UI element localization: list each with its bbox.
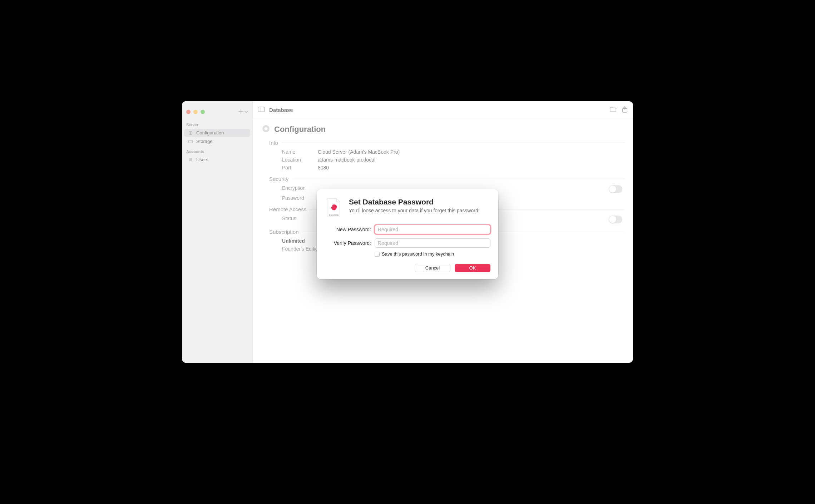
verify-password-label: Verify Password:	[325, 240, 371, 246]
password-sheet: DATABASE Set Database Password You'll lo…	[317, 189, 498, 279]
new-password-input[interactable]	[375, 225, 490, 234]
ok-button[interactable]: OK	[455, 264, 490, 272]
keychain-label: Save this password in my keychain	[382, 251, 454, 257]
database-document-icon: DATABASE	[325, 198, 343, 218]
app-window: Server Configuration Storage Accounts Us…	[182, 101, 633, 363]
new-password-label: New Password:	[325, 227, 371, 232]
cancel-button[interactable]: Cancel	[415, 264, 450, 272]
modal-overlay: DATABASE Set Database Password You'll lo…	[182, 101, 633, 363]
keychain-checkbox[interactable]	[375, 252, 380, 257]
sheet-subtitle: You'll loose access to your data if you …	[349, 208, 480, 213]
svg-text:DATABASE: DATABASE	[329, 214, 339, 216]
verify-password-input[interactable]	[375, 238, 490, 248]
sheet-title: Set Database Password	[349, 198, 480, 206]
svg-point-9	[330, 205, 332, 207]
